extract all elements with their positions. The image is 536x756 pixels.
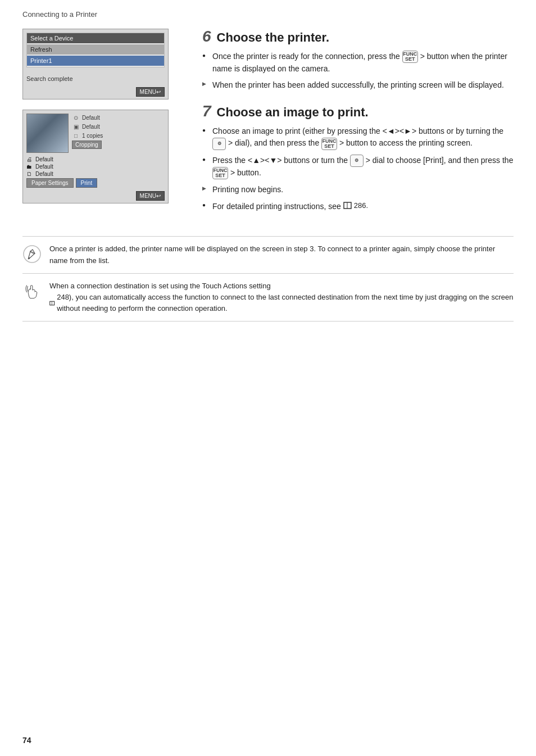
device-screen-menu-btn: MENU↩ <box>136 87 165 97</box>
print-bottom-row-2: 🖿 Default <box>26 164 165 170</box>
step7-bullet-3: Printing now begins. <box>202 184 514 196</box>
print-bottom-value-2: Default <box>35 164 53 170</box>
step7-bullet-4: For detailed printing instructions, see … <box>202 200 514 212</box>
device-screen-status: Search complete <box>23 71 168 84</box>
svg-point-2 <box>24 246 40 262</box>
step7-section: 7 Choose an image to print. Choose an im… <box>202 103 514 212</box>
print-setting-value-1: Default <box>82 115 100 121</box>
print-setting-row-2: ▣ Default <box>72 123 165 130</box>
print-cropping-btn: Cropping <box>72 141 102 149</box>
print-thumbnail <box>26 114 69 153</box>
nfc-icon <box>22 282 42 301</box>
print-setting-value-2: Default <box>82 124 100 130</box>
page-header: Connecting to a Printer <box>0 0 536 23</box>
step7-bullet-2: Press the <▲><▼> buttons or turn the ⚙ >… <box>202 155 514 180</box>
device-screen-printer1: Printer1 <box>27 56 164 66</box>
print-settings-right: ⊙ Default ▣ Default □ 1 copies Cropping <box>72 114 165 153</box>
print-bottom-value-3: Default <box>35 171 53 177</box>
step7-heading: 7 Choose an image to print. <box>202 103 514 120</box>
print-bottom-row-3: 🗋 Default <box>26 171 165 177</box>
print-setting-icon-1: ⊙ <box>72 114 80 121</box>
paper-settings-btn: Paper Settings <box>26 178 74 188</box>
print-setting-row-3: □ 1 copies <box>72 132 165 139</box>
func-set-btn-2: FUNCSET <box>321 138 337 150</box>
device-selection-screen: Select a Device Refresh Printer1 Search … <box>22 29 169 99</box>
note-1-row: Once a printer is added, the printer nam… <box>22 237 514 273</box>
step7-title: Choose an image to print. <box>217 105 369 120</box>
left-column: Select a Device Refresh Printer1 Search … <box>22 29 185 225</box>
step7-bullets: Choose an image to print (either by pres… <box>202 125 514 212</box>
print-setting-icon-3: □ <box>72 132 80 139</box>
step7-bullet-1: Choose an image to print (either by pres… <box>202 125 514 150</box>
note-2-text: When a connection destination is set usi… <box>49 280 514 314</box>
func-set-btn-3: FUNCSET <box>212 167 228 179</box>
step6-bullet-1: Once the printer is ready for the connec… <box>202 51 514 75</box>
print-bottom-value-1: Default <box>35 156 53 162</box>
note-1-text: Once a printer is added, the printer nam… <box>49 243 514 266</box>
step7-number: 7 <box>202 103 211 119</box>
device-screen-title: Select a Device <box>27 33 164 43</box>
print-bottom-section: 🖨 Default 🖿 Default 🗋 Default Paper Sett… <box>23 156 168 190</box>
dial-btn-1: ⚙ <box>212 138 226 150</box>
pencil-icon <box>22 245 42 264</box>
print-screen-menu-btn: MENU↩ <box>136 191 165 201</box>
notes-section-2: When a connection destination is set usi… <box>22 274 514 321</box>
right-column: 6 Choose the printer. Once the printer i… <box>202 29 514 225</box>
note-2-row: When a connection destination is set usi… <box>22 274 514 321</box>
step6-heading: 6 Choose the printer. <box>202 29 514 45</box>
step6-title: Choose the printer. <box>217 30 329 45</box>
step6-number: 6 <box>202 29 211 44</box>
step6-bullet-2: When the printer has been added successf… <box>202 79 514 91</box>
device-screen-refresh: Refresh <box>27 44 164 55</box>
book-ref-248: 248), you can automatically access the f… <box>49 292 514 314</box>
page-number: 74 <box>22 736 31 745</box>
print-settings-screen: ⊙ Default ▣ Default □ 1 copies Cropping <box>22 110 169 203</box>
print-bottom-icon-3: 🗋 <box>26 171 32 177</box>
print-btn: Print <box>76 178 98 188</box>
print-actions: Paper Settings Print <box>26 178 165 188</box>
notes-section: Once a printer is added, the printer nam… <box>22 237 514 273</box>
bottom-note-divider <box>22 321 514 322</box>
dial-btn-2: ⚙ <box>350 155 364 167</box>
print-bottom-icon-2: 🖿 <box>26 164 32 170</box>
step6-bullets: Once the printer is ready for the connec… <box>202 51 514 91</box>
print-setting-cropping: Cropping <box>72 141 165 149</box>
print-bottom-icon-1: 🖨 <box>26 156 32 162</box>
func-set-btn-1: FUNCSET <box>402 51 418 63</box>
print-setting-row-1: ⊙ Default <box>72 114 165 121</box>
step6-section: 6 Choose the printer. Once the printer i… <box>202 29 514 91</box>
book-ref-286: 286. <box>343 200 368 211</box>
print-setting-value-3: 1 copies <box>82 133 103 139</box>
print-setting-icon-2: ▣ <box>72 123 80 130</box>
print-bottom-row-1: 🖨 Default <box>26 156 165 162</box>
